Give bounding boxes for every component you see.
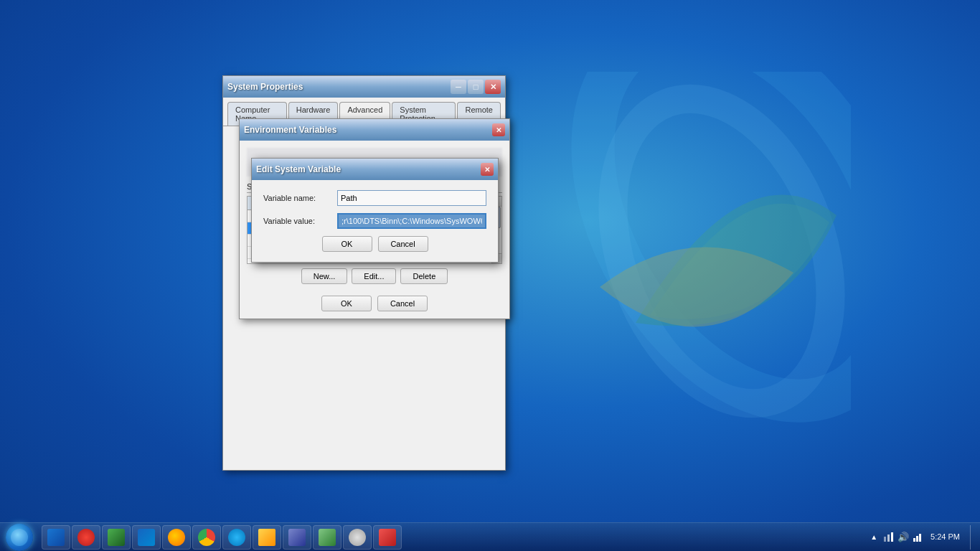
edit-var-dialog: Edit System Variable ✕ Variable name: Va… bbox=[251, 158, 499, 263]
system-props-title: System Properties bbox=[227, 82, 451, 92]
show-desktop-button[interactable] bbox=[970, 525, 974, 550]
close-button[interactable]: ✕ bbox=[485, 80, 501, 94]
taskbar-item-opera[interactable] bbox=[72, 525, 100, 550]
taskbar-item-mail[interactable] bbox=[373, 525, 402, 550]
edit-var-buttons: OK Cancel bbox=[263, 236, 486, 252]
variable-name-label: Variable name: bbox=[263, 194, 331, 202]
opera-icon bbox=[77, 529, 95, 546]
taskbar-items bbox=[39, 523, 862, 551]
edit-var-ok-button[interactable]: OK bbox=[322, 236, 372, 252]
env-vars-controls: ✕ bbox=[492, 123, 505, 136]
taskbar-item-firefox[interactable] bbox=[162, 525, 191, 550]
env-vars-footer: OK Cancel bbox=[247, 290, 502, 311]
maximize-button[interactable]: □ bbox=[468, 80, 484, 94]
clock-time: 5:24 PM bbox=[930, 532, 960, 542]
variable-value-row: Variable value: bbox=[263, 213, 486, 229]
env-vars-ok-button[interactable]: OK bbox=[321, 296, 372, 311]
edit-var-titlebar[interactable]: Edit System Variable ✕ bbox=[252, 159, 498, 180]
minimize-button[interactable]: ─ bbox=[451, 80, 466, 94]
svg-rect-4 bbox=[891, 532, 893, 542]
taskbar-item-browser2[interactable] bbox=[343, 525, 372, 550]
taskbar: ▲ 🔊 5:24 PM bbox=[0, 522, 980, 551]
start-orb bbox=[6, 524, 33, 551]
window-controls: ─ □ ✕ bbox=[451, 80, 501, 94]
taskbar-item-image-viewer[interactable] bbox=[102, 525, 131, 550]
env-vars-titlebar[interactable]: Environment Variables ✕ bbox=[240, 119, 509, 141]
browser2-icon bbox=[349, 529, 366, 546]
env-vars-close-button[interactable]: ✕ bbox=[492, 123, 505, 136]
windows-logo bbox=[492, 72, 851, 430]
firefox-icon bbox=[168, 529, 185, 546]
tray-arrow[interactable]: ▲ bbox=[867, 533, 880, 541]
svg-rect-3 bbox=[887, 534, 890, 542]
variable-name-input[interactable] bbox=[337, 190, 486, 206]
start-orb-inner bbox=[11, 529, 28, 546]
image-viewer-icon bbox=[108, 529, 125, 546]
system-props-titlebar[interactable]: System Properties ─ □ ✕ bbox=[223, 76, 505, 98]
variable-name-row: Variable name: bbox=[263, 190, 486, 206]
taskbar-item-chrome[interactable] bbox=[192, 525, 221, 550]
edit-var-title: Edit System Variable bbox=[256, 164, 481, 174]
taskbar-tray: ▲ 🔊 5:24 PM bbox=[862, 525, 980, 550]
env-vars-cancel-button[interactable]: Cancel bbox=[377, 296, 428, 311]
new-sysvar-button[interactable]: New... bbox=[301, 268, 348, 284]
media-player-icon bbox=[47, 529, 65, 546]
volume-icon[interactable]: 🔊 bbox=[897, 532, 909, 542]
variable-value-label: Variable value: bbox=[263, 217, 331, 225]
desktop: System Properties ─ □ ✕ Computer Name Ha… bbox=[0, 0, 980, 551]
taskbar-item-media-player[interactable] bbox=[42, 525, 70, 550]
taskbar-clock[interactable]: 5:24 PM bbox=[926, 532, 964, 542]
start-button[interactable] bbox=[0, 523, 39, 552]
edit-var-controls: ✕ bbox=[481, 163, 494, 176]
taskbar-item-folder[interactable] bbox=[253, 525, 281, 550]
app1-icon bbox=[319, 529, 336, 546]
taskbar-item-remote[interactable] bbox=[283, 525, 311, 550]
taskbar-item-teamviewer[interactable] bbox=[132, 525, 161, 550]
edit-sysvar-button[interactable]: Edit... bbox=[352, 268, 396, 284]
svg-rect-6 bbox=[916, 536, 918, 542]
svg-rect-2 bbox=[884, 537, 886, 542]
taskbar-item-app1[interactable] bbox=[313, 525, 341, 550]
teamviewer-icon bbox=[138, 529, 155, 546]
delete-sysvar-button[interactable]: Delete bbox=[400, 268, 448, 284]
variable-value-input[interactable] bbox=[337, 213, 486, 229]
system-vars-buttons: New... Edit... Delete bbox=[247, 268, 502, 284]
mail-icon bbox=[379, 529, 396, 546]
telegram-icon bbox=[228, 529, 245, 546]
env-vars-title: Environment Variables bbox=[244, 125, 492, 135]
taskbar-item-telegram[interactable] bbox=[222, 525, 251, 550]
remote-icon bbox=[288, 529, 306, 546]
edit-var-close-button[interactable]: ✕ bbox=[481, 163, 494, 176]
network-status-icon[interactable] bbox=[912, 532, 923, 543]
edit-var-cancel-button[interactable]: Cancel bbox=[378, 236, 428, 252]
network-icon[interactable] bbox=[883, 531, 895, 544]
edit-var-content: Variable name: Variable value: OK Cancel bbox=[252, 180, 498, 262]
svg-rect-7 bbox=[919, 534, 921, 542]
folder-icon bbox=[258, 529, 275, 546]
svg-rect-5 bbox=[913, 538, 915, 542]
chrome-icon bbox=[198, 529, 215, 546]
